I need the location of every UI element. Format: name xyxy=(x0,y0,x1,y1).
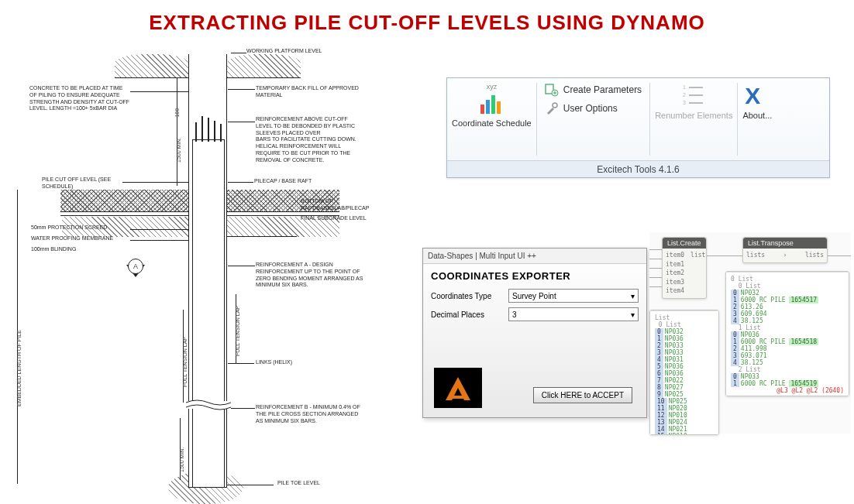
svg-line-15 xyxy=(192,382,225,392)
svg-line-10 xyxy=(192,336,225,345)
label-raft-bottom: BOTTOM OF RAFT/BASESLAB/PILECAP xyxy=(301,198,394,212)
label-coord-type: Coordinates Type xyxy=(431,292,508,300)
parameters-icon xyxy=(545,83,559,97)
label-subgrade: FINAL SUBGRADE LEVEL xyxy=(301,215,394,222)
label-decimal-places: Decimal Places xyxy=(431,310,508,319)
svg-line-3 xyxy=(192,228,225,240)
chevron-down-icon: ▾ xyxy=(631,310,635,319)
svg-line-4 xyxy=(192,240,225,252)
label-pilecap: PILECAP / BASE RAFT xyxy=(254,178,347,185)
svg-text:2: 2 xyxy=(683,92,686,98)
svg-line-8 xyxy=(192,317,225,327)
label-concrete-note: CONCRETE TO BE PLACED AT TIME OF PILING … xyxy=(29,85,130,112)
page-title: EXTRACTING PILE CUT-OFF LEVELS USING DYN… xyxy=(0,11,854,35)
svg-line-0 xyxy=(192,194,225,205)
dim-100: 100 xyxy=(174,108,180,118)
dim-full-tension-left: FULL TENSION LAP xyxy=(183,310,188,403)
dim-embedded: EMBEDDED LENGTH OF PILE xyxy=(17,190,22,484)
list-numbers-icon: 123 xyxy=(681,83,706,108)
label-reinf-a: REINFORCEMENT A - DESIGN REINFORCEMENT U… xyxy=(256,262,364,289)
label-blinding: 100mm BLINDING xyxy=(31,246,132,253)
user-options-button[interactable]: User Options xyxy=(545,101,642,115)
input-port[interactable]: item3 xyxy=(666,278,684,287)
input-port[interactable]: item2 xyxy=(666,269,684,278)
svg-line-13 xyxy=(192,364,225,373)
node-list-create-preview: List 0 List0NP0321NP0362NP0333NP0334NP03… xyxy=(649,310,719,435)
svg-line-12 xyxy=(192,355,225,364)
dim-full-tension-right: FULL TENSION LAP xyxy=(236,294,240,364)
label-pile-cutoff: PILE CUT OFF LEVEL (SEE SCHEDULE) xyxy=(42,177,127,190)
label-toe-level: PILE TOE LEVEL xyxy=(277,480,370,487)
svg-line-6 xyxy=(192,263,225,275)
label-backfill: TEMPORARY BACK FILL OF APPROVED MATERIAL xyxy=(256,85,364,99)
pile-body xyxy=(188,54,227,488)
dialog-heading: COORDINATES EXPORTER xyxy=(423,264,646,286)
svg-line-11 xyxy=(192,345,225,355)
label-screed: 50mm PROTECTION SCREED xyxy=(31,225,132,231)
pile-section-drawing: WORKING PLATFORM LEVEL TEMPORARY BACK FI… xyxy=(14,46,417,495)
svg-rect-17 xyxy=(486,100,490,114)
dim-1500-bottom: 1500 MIN. xyxy=(180,418,184,480)
svg-text:1: 1 xyxy=(683,84,686,90)
bar-chart-icon xyxy=(479,91,504,115)
label-reinf-above: REINFORCEMENT ABOVE CUT-OFF LEVEL TO BE … xyxy=(256,116,364,163)
svg-line-14 xyxy=(192,373,225,382)
svg-line-1 xyxy=(192,205,225,217)
svg-rect-16 xyxy=(480,105,484,114)
x-logo-icon: X xyxy=(745,83,770,108)
label-working-platform: WORKING PLATFORM LEVEL xyxy=(246,48,370,55)
label-membrane: WATER PROOFING MEMBRANE xyxy=(31,235,132,242)
svg-rect-18 xyxy=(491,95,495,114)
dialog-window-title: Data-Shapes | Multi Input UI ++ xyxy=(423,249,646,264)
renumber-elements-button[interactable]: 123 Renumber Elements xyxy=(650,78,737,160)
input-port[interactable]: item0 xyxy=(666,251,684,260)
dropdown-coord-type[interactable]: Survey Point▾ xyxy=(508,289,639,303)
svg-line-7 xyxy=(192,275,225,286)
node-list-create[interactable]: List.Create item0item1item2item3item4 li… xyxy=(662,237,707,299)
svg-text:3: 3 xyxy=(683,100,686,105)
coordinates-exporter-dialog: Data-Shapes | Multi Input UI ++ COORDINA… xyxy=(422,248,647,418)
coordinate-schedule-button[interactable]: xyz Coordinate Schedule xyxy=(447,78,536,160)
svg-rect-31 xyxy=(449,396,467,399)
node-list-transpose[interactable]: List.Transpose lists › lists xyxy=(742,237,828,263)
svg-line-9 xyxy=(192,327,225,336)
dropdown-decimal-places[interactable]: 3▾ xyxy=(508,307,639,321)
about-button[interactable]: X About... xyxy=(738,78,777,160)
label-links: LINKS (HELIX) xyxy=(256,359,349,366)
svg-point-24 xyxy=(553,103,557,108)
svg-line-5 xyxy=(192,252,225,263)
ribbon-panel-title: Excitech Tools 4.1.6 xyxy=(447,160,829,177)
accept-button[interactable]: Click HERE to ACCEPT xyxy=(533,387,632,403)
chevron-right-icon: › xyxy=(783,251,787,260)
input-port[interactable]: item4 xyxy=(666,286,684,296)
create-parameters-button[interactable]: Create Parameters xyxy=(545,83,642,97)
aj-logo xyxy=(434,368,482,408)
svg-line-2 xyxy=(192,217,225,228)
dynamo-graph: List.Create item0item1item2item3item4 li… xyxy=(649,232,851,434)
tools-icon xyxy=(545,101,559,115)
dim-1500-top: 1500 MIN. xyxy=(177,77,181,186)
label-reinf-b: REINFORCEMENT B - MINIMUM 0.4% OF THE PI… xyxy=(256,404,364,424)
chevron-down-icon: ▾ xyxy=(631,292,635,300)
revit-ribbon-panel: xyz Coordinate Schedule Create Parameter… xyxy=(446,77,830,178)
section-mark-a: A xyxy=(126,265,150,288)
node-list-transpose-preview: 0 List 0 List0NP03216000 RC PILE 1654517… xyxy=(725,271,849,396)
svg-rect-19 xyxy=(497,101,501,114)
input-port[interactable]: item1 xyxy=(666,260,684,269)
